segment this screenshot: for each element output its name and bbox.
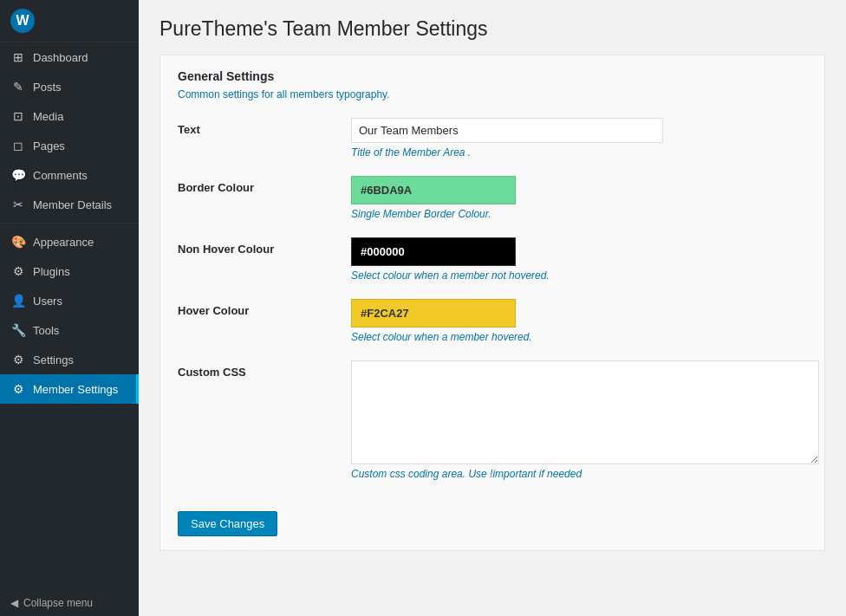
plugins-icon: ⚙ xyxy=(10,263,26,279)
hover-colour-label: Hover Colour xyxy=(178,299,351,317)
posts-icon: ✎ xyxy=(10,79,26,94)
custom-css-field: Custom css coding area. Use !important i… xyxy=(351,360,819,480)
member-settings-icon: ⚙ xyxy=(10,381,26,397)
sidebar-item-label: Settings xyxy=(33,353,74,366)
sidebar-item-member-details[interactable]: ✂ Member Details xyxy=(0,190,139,219)
comments-icon: 💬 xyxy=(10,167,26,183)
non-hover-colour-hint: Select colour when a member not hovered. xyxy=(351,269,807,282)
sidebar-logo: W xyxy=(0,0,139,42)
member-details-icon: ✂ xyxy=(10,197,26,212)
general-settings-section: General Settings Common settings for all… xyxy=(159,55,825,551)
sidebar-item-comments[interactable]: 💬 Comments xyxy=(0,160,139,190)
sidebar-item-label: Appearance xyxy=(33,236,94,249)
sidebar-divider xyxy=(0,223,139,224)
sidebar-item-label: Tools xyxy=(33,324,59,337)
custom-css-hint: Custom css coding area. Use !important i… xyxy=(351,468,819,480)
text-field-hint: Title of the Member Area . xyxy=(351,146,807,159)
sidebar-item-settings[interactable]: ⚙ Settings xyxy=(0,345,139,374)
sidebar-item-media[interactable]: ⊡ Media xyxy=(0,101,139,131)
sidebar-item-appearance[interactable]: 🎨 Appearance xyxy=(0,227,139,256)
save-changes-button[interactable]: Save Changes xyxy=(178,511,277,536)
custom-css-row: Custom CSS Custom css coding area. Use !… xyxy=(178,360,807,480)
main-content: PureTheme's Team Member Settings General… xyxy=(139,0,846,616)
sidebar-item-label: Media xyxy=(33,110,63,123)
non-hover-colour-field: #000000 Select colour when a member not … xyxy=(351,237,807,282)
border-colour-hint: Single Member Border Colour. xyxy=(351,208,807,220)
text-field-label: Text xyxy=(178,118,351,136)
hover-colour-field: #F2CA27 Select colour when a member hove… xyxy=(351,299,807,343)
sidebar-item-label: Pages xyxy=(33,139,65,152)
text-field-container: Title of the Member Area . xyxy=(351,118,807,159)
wp-logo-icon: W xyxy=(10,9,35,33)
pages-icon: ◻ xyxy=(10,138,26,153)
page-title: PureTheme's Team Member Settings xyxy=(159,17,825,41)
custom-css-label: Custom CSS xyxy=(178,360,351,379)
media-icon: ⊡ xyxy=(10,108,26,124)
hover-colour-row: Hover Colour #F2CA27 Select colour when … xyxy=(178,299,807,343)
border-colour-field: #6BDA9A Single Member Border Colour. xyxy=(351,176,807,220)
appearance-icon: 🎨 xyxy=(10,234,26,250)
collapse-arrow-icon: ◀ xyxy=(10,597,18,609)
custom-css-textarea[interactable] xyxy=(351,360,819,464)
border-colour-picker[interactable]: #6BDA9A xyxy=(351,176,516,204)
sidebar: W ⊞ Dashboard ✎ Posts ⊡ Media ◻ Pages 💬 … xyxy=(0,0,139,616)
collapse-menu-button[interactable]: ◀ Collapse menu xyxy=(0,590,139,616)
sidebar-item-label: Member Settings xyxy=(33,383,118,396)
dashboard-icon: ⊞ xyxy=(10,49,26,65)
hover-colour-picker[interactable]: #F2CA27 xyxy=(351,299,516,327)
sidebar-item-plugins[interactable]: ⚙ Plugins xyxy=(0,256,139,286)
section-description: Common settings for all members typograp… xyxy=(178,88,807,101)
users-icon: 👤 xyxy=(10,293,26,308)
sidebar-item-member-settings[interactable]: ⚙ Member Settings xyxy=(0,374,139,404)
border-colour-row: Border Colour #6BDA9A Single Member Bord… xyxy=(178,176,807,220)
sidebar-item-posts[interactable]: ✎ Posts xyxy=(0,72,139,101)
section-title: General Settings xyxy=(178,69,807,83)
sidebar-item-label: Dashboard xyxy=(33,51,88,64)
sidebar-item-label: Plugins xyxy=(33,265,70,278)
sidebar-item-pages[interactable]: ◻ Pages xyxy=(0,131,139,160)
border-colour-label: Border Colour xyxy=(178,176,351,194)
non-hover-colour-picker[interactable]: #000000 xyxy=(351,237,516,266)
tools-icon: 🔧 xyxy=(10,322,26,338)
non-hover-colour-label: Non Hover Colour xyxy=(178,237,351,256)
text-field-row: Text Title of the Member Area . xyxy=(178,118,807,159)
text-input[interactable] xyxy=(351,118,663,143)
sidebar-item-users[interactable]: 👤 Users xyxy=(0,286,139,315)
non-hover-colour-row: Non Hover Colour #000000 Select colour w… xyxy=(178,237,807,282)
settings-icon: ⚙ xyxy=(10,352,26,367)
sidebar-item-dashboard[interactable]: ⊞ Dashboard xyxy=(0,42,139,72)
sidebar-item-label: Comments xyxy=(33,169,88,182)
hover-colour-hint: Select colour when a member hovered. xyxy=(351,331,807,343)
sidebar-item-label: Member Details xyxy=(33,198,112,211)
sidebar-item-label: Users xyxy=(33,295,62,308)
collapse-menu-label: Collapse menu xyxy=(23,597,93,609)
sidebar-item-tools[interactable]: 🔧 Tools xyxy=(0,315,139,345)
sidebar-item-label: Posts xyxy=(33,81,62,94)
